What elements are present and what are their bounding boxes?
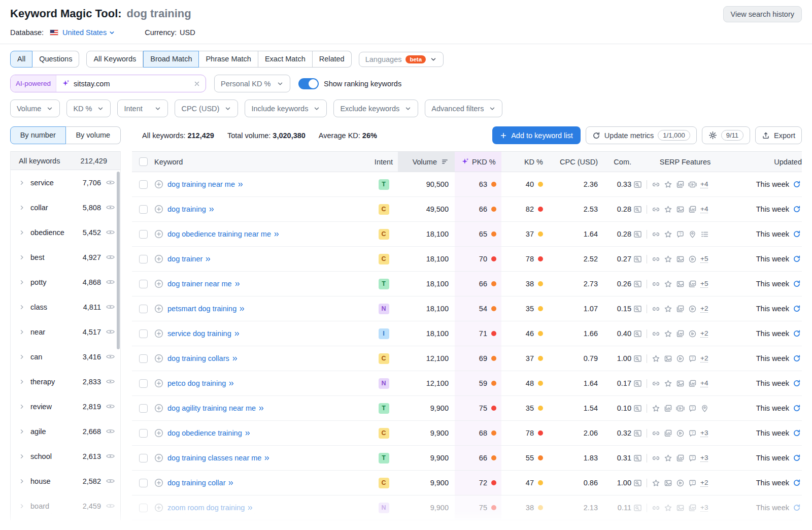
refresh-icon[interactable] bbox=[793, 404, 801, 412]
eye-icon[interactable] bbox=[106, 451, 115, 461]
clear-input-icon[interactable] bbox=[193, 80, 200, 87]
tab-broad-match[interactable]: Broad Match bbox=[143, 51, 199, 68]
serp-image-stack-icon[interactable] bbox=[664, 404, 672, 413]
serp-preview-icon[interactable] bbox=[633, 404, 642, 413]
updated-cell[interactable]: This week bbox=[739, 346, 802, 371]
serp-more-count[interactable]: +3 bbox=[700, 454, 708, 462]
chevron-right-icon[interactable] bbox=[19, 205, 25, 211]
database-select[interactable]: United States bbox=[62, 28, 115, 37]
serp-link-icon[interactable] bbox=[652, 429, 660, 438]
eye-icon[interactable] bbox=[106, 501, 115, 511]
add-keyword-icon[interactable] bbox=[154, 478, 163, 487]
sidebar-item-class[interactable]: class4,811 bbox=[11, 294, 120, 319]
col-header-keyword[interactable]: Keyword bbox=[154, 152, 369, 172]
serp-preview-icon[interactable] bbox=[633, 329, 642, 338]
serp-star-icon[interactable] bbox=[652, 479, 660, 487]
chevron-right-icon[interactable] bbox=[19, 379, 25, 385]
refresh-icon[interactable] bbox=[793, 379, 801, 387]
serp-preview-icon[interactable] bbox=[633, 230, 642, 239]
serp-preview-icon[interactable] bbox=[633, 180, 642, 189]
serp-faq-icon[interactable]: ? bbox=[688, 479, 697, 487]
updated-cell[interactable]: This week bbox=[739, 446, 802, 470]
add-keyword-icon[interactable] bbox=[154, 205, 163, 214]
chevron-right-icon[interactable] bbox=[19, 354, 25, 360]
refresh-icon[interactable] bbox=[793, 305, 801, 313]
serp-preview-icon[interactable] bbox=[633, 305, 642, 313]
updated-cell[interactable]: This week bbox=[739, 471, 802, 495]
row-checkbox[interactable] bbox=[139, 379, 148, 388]
serp-image-stack-icon[interactable] bbox=[664, 429, 672, 438]
filter-kd-[interactable]: KD % bbox=[66, 100, 111, 117]
chevron-right-icon[interactable] bbox=[19, 503, 25, 509]
sidebar-item-obedience[interactable]: obedience5,452 bbox=[11, 220, 120, 245]
serp-image-icon[interactable] bbox=[676, 280, 685, 288]
add-keyword-icon[interactable] bbox=[154, 180, 163, 189]
serp-star-icon[interactable] bbox=[652, 354, 660, 363]
serp-link-icon[interactable] bbox=[652, 305, 660, 313]
sidebar-item-agile[interactable]: agile2,668 bbox=[11, 419, 120, 444]
add-keyword-icon[interactable] bbox=[154, 428, 163, 438]
serp-link-icon[interactable] bbox=[652, 454, 660, 462]
serp-image-icon[interactable] bbox=[676, 379, 685, 388]
keyword-link[interactable]: dog obedience training near me bbox=[167, 230, 280, 238]
row-checkbox[interactable] bbox=[139, 404, 148, 413]
eye-icon[interactable] bbox=[106, 352, 115, 361]
tab-related[interactable]: Related bbox=[313, 51, 352, 68]
refresh-icon[interactable] bbox=[793, 329, 801, 338]
serp-link-icon[interactable] bbox=[652, 504, 660, 512]
row-checkbox[interactable] bbox=[139, 504, 148, 512]
serp-link-icon[interactable] bbox=[652, 230, 660, 239]
row-checkbox[interactable] bbox=[139, 180, 148, 189]
serp-star-icon[interactable] bbox=[664, 255, 672, 263]
serp-image-icon[interactable] bbox=[664, 354, 672, 363]
updated-cell[interactable]: This week bbox=[739, 197, 802, 221]
serp-faq-icon[interactable]: ? bbox=[688, 429, 697, 438]
serp-image-icon[interactable] bbox=[664, 479, 672, 487]
updated-cell[interactable]: This week bbox=[739, 296, 802, 321]
serp-image-stack-icon[interactable] bbox=[688, 205, 697, 214]
row-checkbox[interactable] bbox=[139, 305, 148, 313]
eye-icon[interactable] bbox=[106, 277, 115, 287]
updated-cell[interactable]: This week bbox=[739, 222, 802, 246]
serp-link-icon[interactable] bbox=[652, 280, 660, 288]
serp-video-icon[interactable] bbox=[676, 354, 685, 363]
row-checkbox[interactable] bbox=[139, 329, 148, 338]
serp-image-stack-icon[interactable] bbox=[688, 280, 697, 288]
updated-cell[interactable]: This week bbox=[739, 321, 802, 346]
eye-icon[interactable] bbox=[106, 252, 115, 262]
eye-icon[interactable] bbox=[106, 426, 115, 436]
col-header-updated[interactable]: Updated bbox=[739, 152, 802, 172]
updated-cell[interactable]: This week bbox=[739, 247, 802, 271]
eye-icon[interactable] bbox=[106, 302, 115, 312]
refresh-icon[interactable] bbox=[793, 354, 801, 362]
view-mode-by-number[interactable]: By number bbox=[10, 126, 66, 144]
serp-video-icon[interactable] bbox=[676, 479, 685, 487]
serp-image-stack-icon[interactable] bbox=[676, 180, 685, 189]
sidebar-scrollbar[interactable] bbox=[117, 172, 120, 349]
serp-faq-icon[interactable]: ? bbox=[676, 230, 685, 239]
filter-cpc-usd-[interactable]: CPC (USD) bbox=[175, 100, 238, 117]
serp-image-icon[interactable] bbox=[676, 255, 685, 263]
serp-link-icon[interactable] bbox=[652, 379, 660, 388]
col-header-kd[interactable]: KD % bbox=[501, 152, 545, 172]
col-header-com[interactable]: Com. bbox=[598, 152, 631, 172]
serp-more-count[interactable]: +3 bbox=[700, 429, 708, 437]
view-mode-by-volume[interactable]: By volume bbox=[66, 126, 121, 144]
add-keyword-icon[interactable] bbox=[154, 379, 163, 388]
row-checkbox[interactable] bbox=[139, 255, 148, 263]
serp-location-icon[interactable] bbox=[688, 230, 697, 239]
sidebar-item-review[interactable]: review2,819 bbox=[11, 394, 120, 419]
serp-preview-icon[interactable] bbox=[633, 479, 642, 487]
sidebar-item-house[interactable]: house2,582 bbox=[11, 469, 120, 493]
chevron-right-icon[interactable] bbox=[19, 304, 25, 310]
serp-preview-icon[interactable] bbox=[633, 379, 642, 388]
serp-star-icon[interactable] bbox=[664, 205, 672, 214]
refresh-icon[interactable] bbox=[793, 180, 801, 188]
chevron-right-icon[interactable] bbox=[19, 279, 25, 285]
serp-image-stack-icon[interactable] bbox=[688, 379, 697, 388]
serp-more-count[interactable]: +4 bbox=[700, 180, 708, 188]
sidebar-item-service[interactable]: service7,706 bbox=[11, 170, 120, 195]
sidebar-item-collar[interactable]: collar5,808 bbox=[11, 195, 120, 220]
serp-preview-icon[interactable] bbox=[633, 255, 642, 263]
serp-preview-icon[interactable] bbox=[633, 454, 642, 462]
